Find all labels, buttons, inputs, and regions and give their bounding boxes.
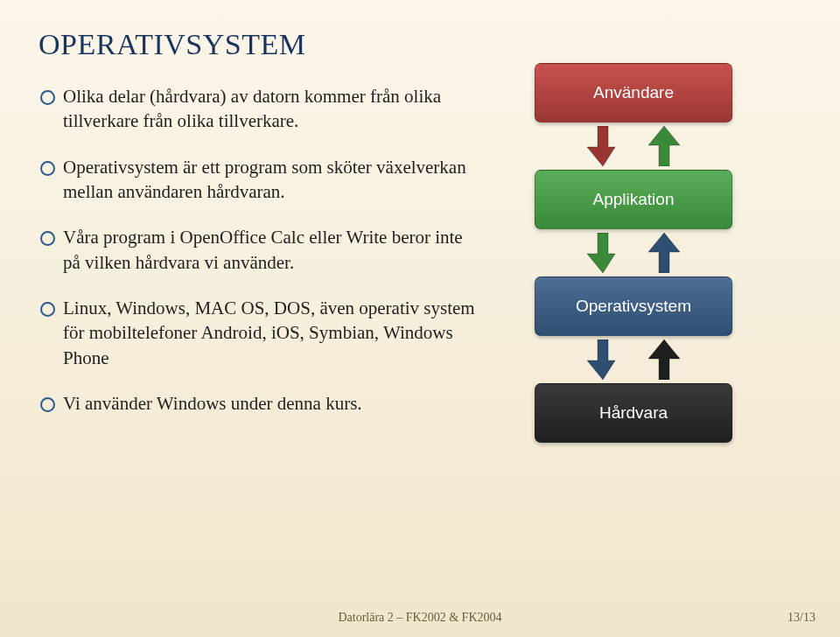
diagram-column: Användare Applikation Operativsystem: [502, 63, 765, 443]
bullet-list: Olika delar (hårdvara) av datorn kommer …: [38, 84, 476, 416]
arrow-pair: [587, 340, 680, 380]
diagram-box-app: Applikation: [535, 170, 732, 229]
footer-text: Datorlära 2 – FK2002 & FK2004: [0, 611, 840, 625]
slide: OPERATIVSYSTEM Olika delar (hårdvara) av…: [0, 0, 840, 637]
arrow-pair: [587, 126, 680, 166]
page-number: 13/13: [788, 611, 816, 625]
list-item: Olika delar (hårdvara) av datorn kommer …: [63, 84, 476, 134]
arrow-down-icon: [587, 233, 619, 273]
diagram-box-os: Operativsystem: [535, 276, 732, 336]
arrow-up-icon: [648, 233, 680, 273]
diagram-box-user: Användare: [535, 63, 732, 122]
list-item: Våra program i OpenOffice Calc eller Wri…: [63, 225, 476, 275]
arrow-pair: [587, 233, 680, 273]
arrow-up-icon: [648, 126, 680, 166]
bullet-column: Olika delar (hårdvara) av datorn kommer …: [38, 84, 476, 443]
list-item: Operativsystem är ett program som sköter…: [63, 155, 476, 205]
arrow-up-icon: [648, 340, 680, 380]
arrow-down-icon: [587, 126, 619, 166]
page-title: OPERATIVSYSTEM: [38, 28, 802, 61]
list-item: Linux, Windows, MAC OS, DOS, även operat…: [63, 296, 476, 370]
list-item: Vi använder Windows under denna kurs.: [63, 391, 476, 416]
content-layout: Olika delar (hårdvara) av datorn kommer …: [38, 84, 802, 443]
diagram-box-hw: Hårdvara: [535, 383, 732, 443]
arrow-down-icon: [587, 340, 619, 380]
